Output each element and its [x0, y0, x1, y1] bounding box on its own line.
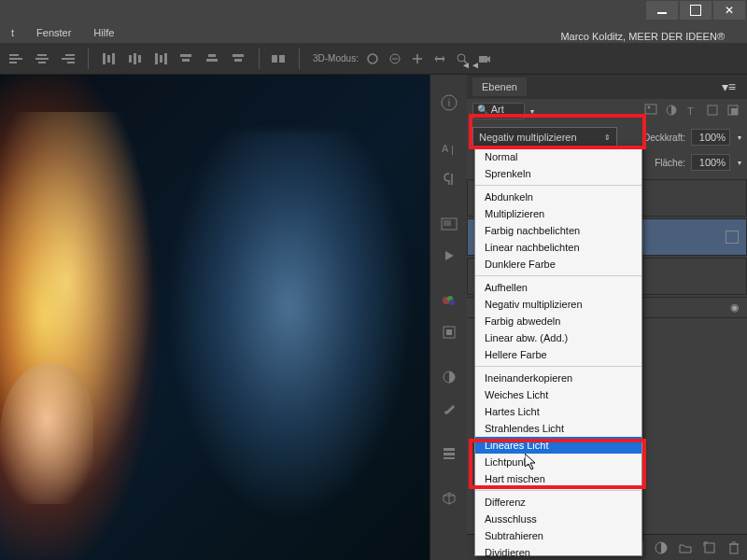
character-icon[interactable]: A|: [436, 134, 462, 161]
blend-option[interactable]: Hellere Farbe: [475, 346, 641, 363]
play-icon[interactable]: [436, 243, 462, 269]
filter-adjust-icon[interactable]: [665, 104, 680, 119]
chevron-down-icon[interactable]: ▾: [738, 133, 741, 142]
distribute-left-icon[interactable]: [176, 49, 197, 69]
info-icon[interactable]: i: [436, 90, 462, 116]
blend-option[interactable]: Farbig nachbelichten: [475, 222, 641, 239]
roll-icon[interactable]: [387, 50, 403, 67]
eye-icon[interactable]: ◉: [730, 301, 740, 314]
layer-filter-input[interactable]: 🔍 Art: [472, 103, 525, 119]
history-icon[interactable]: [436, 441, 462, 467]
distribute-right-icon[interactable]: [229, 49, 249, 69]
dropdown-separator: [475, 275, 641, 276]
svg-rect-11: [112, 53, 115, 64]
workspace-label[interactable]: Marco Kolditz, MEER DER IDEEN®: [560, 31, 725, 42]
pan-icon[interactable]: [409, 50, 426, 67]
blend-mode-dropdown: NormalSprenkelnAbdunkelnMultiplizierenFa…: [474, 146, 642, 556]
blend-option[interactable]: Linear nachbelichten: [475, 239, 641, 256]
filter-shape-icon[interactable]: [706, 104, 721, 119]
blend-option[interactable]: Linear abw. (Add.): [475, 329, 641, 346]
svg-rect-18: [180, 54, 191, 57]
chevron-updown-icon: ⇕: [604, 133, 611, 142]
blend-option[interactable]: Dunklere Farbe: [475, 256, 641, 273]
svg-text:i: i: [447, 97, 449, 108]
blend-option[interactable]: Ineinanderkopieren: [475, 370, 641, 386]
adjust-icon[interactable]: [436, 364, 462, 390]
paragraph-icon[interactable]: [436, 166, 462, 192]
brush-icon[interactable]: [436, 396, 462, 422]
swatches-icon[interactable]: [436, 287, 462, 314]
svg-rect-43: [444, 453, 455, 455]
menu-item-fenster[interactable]: Fenster: [31, 27, 77, 38]
opacity-input[interactable]: 100%: [691, 129, 730, 146]
blend-option[interactable]: Lichtpunkt: [475, 454, 641, 470]
filter-smart-icon[interactable]: [726, 104, 741, 119]
blend-option[interactable]: Normal: [475, 148, 641, 165]
blend-option[interactable]: Abdunkeln: [475, 189, 641, 205]
svg-rect-55: [705, 543, 714, 553]
filter-image-icon[interactable]: [644, 104, 659, 119]
blend-option[interactable]: Dividieren: [475, 544, 641, 560]
slide-icon[interactable]: [431, 50, 448, 67]
distribute-bottom-icon[interactable]: [150, 49, 171, 69]
blend-option[interactable]: Strahlendes Licht: [475, 420, 641, 437]
svg-rect-49: [708, 105, 717, 115]
maximize-button[interactable]: [680, 1, 712, 20]
blend-mode-select[interactable]: Negativ multiplizieren ⇕: [472, 127, 617, 147]
svg-rect-2: [9, 62, 17, 63]
distribute-top-icon[interactable]: [98, 49, 119, 69]
svg-rect-51: [731, 108, 738, 115]
blend-option[interactable]: Aufhellen: [475, 279, 641, 296]
styles-icon[interactable]: [436, 319, 462, 345]
collapsed-panel-icons: i A|: [430, 75, 467, 560]
chevron-down-icon[interactable]: ▾: [738, 159, 741, 167]
group-icon[interactable]: [678, 540, 693, 555]
trash-icon[interactable]: [726, 540, 741, 555]
svg-rect-13: [134, 53, 136, 64]
window-titlebar: [0, 0, 747, 22]
cube-icon[interactable]: [436, 485, 462, 511]
menu-item-hilfe[interactable]: Hilfe: [88, 27, 120, 38]
blend-option[interactable]: Ausschluss: [475, 511, 641, 527]
svg-rect-5: [38, 62, 46, 63]
new-layer-icon[interactable]: [702, 540, 717, 555]
auto-align-icon[interactable]: [269, 49, 289, 69]
svg-rect-12: [129, 55, 132, 63]
blend-option[interactable]: Farbig abwedeln: [475, 313, 641, 329]
svg-rect-22: [233, 54, 244, 57]
svg-text:|: |: [451, 144, 454, 155]
blend-option[interactable]: Negativ multiplizieren: [475, 296, 641, 313]
blend-option[interactable]: Weiches Licht: [475, 386, 641, 403]
adjustment-icon[interactable]: [654, 540, 669, 555]
layers-tab[interactable]: Ebenen: [472, 77, 527, 96]
svg-point-26: [368, 54, 377, 63]
minimize-button[interactable]: [646, 1, 678, 20]
chevron-down-icon[interactable]: ▾: [530, 107, 534, 116]
blend-option[interactable]: Sprenkeln: [475, 165, 641, 182]
blend-option[interactable]: Differenz: [475, 494, 641, 511]
align-right-icon[interactable]: [58, 49, 78, 69]
blend-option[interactable]: Lineares Licht: [475, 437, 641, 454]
panel-menu-icon[interactable]: ▾≡: [716, 79, 741, 94]
blend-option[interactable]: Multiplizieren: [475, 205, 641, 222]
svg-rect-40: [446, 329, 452, 335]
align-center-icon[interactable]: [32, 49, 52, 69]
close-button[interactable]: [713, 1, 745, 20]
blend-option[interactable]: Hart mischen: [475, 470, 641, 487]
menu-item-truncated[interactable]: t: [6, 27, 20, 38]
distribute-vcenter-icon[interactable]: [124, 49, 145, 69]
canvas[interactable]: [0, 75, 430, 560]
smart-object-icon: [726, 231, 739, 244]
svg-rect-44: [444, 457, 455, 459]
fill-input[interactable]: 100%: [691, 154, 730, 171]
collapse-arrow-icon[interactable]: ◄◄: [461, 60, 480, 70]
filter-text-icon[interactable]: T: [685, 104, 700, 119]
distribute-hcenter-icon[interactable]: [203, 49, 223, 69]
mode3d-label: 3D-Modus:: [313, 53, 359, 63]
svg-rect-24: [272, 55, 277, 63]
blend-option[interactable]: Subtrahieren: [475, 527, 641, 544]
orbit-icon[interactable]: [364, 50, 381, 67]
blend-option[interactable]: Hartes Licht: [475, 403, 641, 420]
navigator-icon[interactable]: [436, 211, 462, 237]
align-left-icon[interactable]: [6, 49, 26, 69]
